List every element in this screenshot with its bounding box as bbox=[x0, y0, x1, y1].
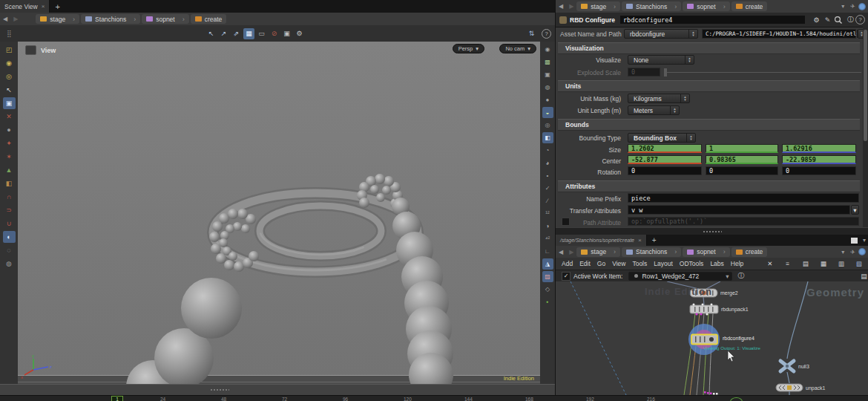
tool-icon[interactable]: ⚙ bbox=[294, 28, 305, 39]
display-option-icon[interactable]: • bbox=[542, 170, 553, 181]
breadcrumb-item[interactable]: sopnet bbox=[683, 1, 730, 11]
header-action-icon[interactable]: ⚙ bbox=[812, 15, 821, 25]
add-tab-button[interactable]: + bbox=[50, 2, 65, 11]
section-bounds[interactable]: Bounds bbox=[558, 119, 860, 131]
breadcrumb-item[interactable]: create bbox=[731, 247, 768, 257]
close-icon[interactable]: × bbox=[638, 237, 642, 244]
display-option-icon[interactable]: ▪ bbox=[542, 296, 553, 307]
list-view-icon[interactable]: ▤ bbox=[859, 271, 868, 281]
display-option-icon[interactable]: ✓ bbox=[542, 183, 553, 194]
unit-length-dropdown[interactable]: Meters▲▼ bbox=[628, 105, 680, 115]
display-option-icon[interactable]: ◧ bbox=[542, 132, 553, 143]
chevron-down-icon[interactable]: ▾ bbox=[838, 3, 847, 10]
size-x-field[interactable]: 1.2602 bbox=[628, 144, 702, 153]
breadcrumb-item[interactable]: Stanchions bbox=[81, 14, 140, 24]
breadcrumb-item[interactable]: Stanchions bbox=[622, 247, 681, 257]
param-scrollbar[interactable] bbox=[863, 27, 868, 227]
shelf-tool-icon[interactable]: ↖ bbox=[3, 84, 16, 96]
size-z-field[interactable]: 1.62916 bbox=[782, 144, 856, 153]
display-option-icon[interactable]: ◒ bbox=[542, 107, 553, 118]
tool-icon[interactable]: ▣ bbox=[281, 28, 292, 39]
scrollbar-thumb[interactable] bbox=[864, 30, 867, 141]
menu-item[interactable]: Add bbox=[562, 260, 573, 267]
persp-menu[interactable]: Persp▾ bbox=[453, 44, 484, 53]
shelf-tool-icon[interactable]: ⊃ bbox=[3, 204, 16, 216]
exploded-scale-field[interactable]: 0 bbox=[628, 68, 660, 76]
breadcrumb-item[interactable]: stage bbox=[576, 247, 620, 257]
current-frame-indicator[interactable]: 1 bbox=[111, 396, 123, 401]
bounding-type-dropdown[interactable]: Bounding Box▲▼ bbox=[628, 133, 696, 143]
shelf-tool-icon[interactable]: ◌ bbox=[3, 244, 16, 256]
section-units[interactable]: Units bbox=[558, 80, 860, 92]
awi-checkbox[interactable]: ✓ bbox=[562, 272, 571, 281]
display-option-icon[interactable]: ▨ bbox=[542, 271, 553, 282]
transfer-attrs-field[interactable]: v w bbox=[628, 205, 850, 215]
menu-item[interactable]: Edit bbox=[579, 260, 591, 267]
tab-network-path[interactable]: /stage/Stanchions/sopnet/create × bbox=[556, 235, 647, 246]
section-visualization[interactable]: Visualization bbox=[558, 42, 860, 54]
shelf-tool-icon[interactable]: ✕ bbox=[3, 111, 16, 123]
shelf-tool-icon[interactable]: ● bbox=[3, 124, 16, 136]
radial-menu-icon[interactable] bbox=[858, 248, 866, 255]
back-icon[interactable]: ◀ bbox=[556, 249, 566, 255]
shelf-tool-icon[interactable]: ▣ bbox=[3, 97, 16, 109]
size-y-field[interactable]: 1 bbox=[706, 144, 778, 153]
rotation-y-field[interactable]: 0 bbox=[706, 166, 778, 175]
visualize-dropdown[interactable]: None▲▼ bbox=[628, 55, 694, 65]
pin-icon[interactable]: ✈ bbox=[847, 249, 858, 255]
breadcrumb-item[interactable]: stage bbox=[576, 1, 620, 11]
forward-icon[interactable]: ▶ bbox=[566, 249, 576, 255]
help-icon[interactable]: ? bbox=[855, 15, 865, 25]
display-option-icon[interactable]: ∟ bbox=[542, 246, 553, 257]
shelf-tool-icon[interactable]: ◎ bbox=[3, 71, 16, 82]
radial-menu-icon[interactable] bbox=[858, 3, 866, 10]
network-tool-icon[interactable]: ▧ bbox=[854, 259, 864, 269]
breadcrumb-item[interactable]: stage bbox=[36, 14, 79, 24]
rotation-z-field[interactable]: 0 bbox=[782, 166, 856, 175]
play-control[interactable] bbox=[730, 397, 743, 401]
tool-icon[interactable]: ▦ bbox=[243, 28, 254, 39]
tool-icon[interactable]: ↖ bbox=[206, 28, 217, 39]
breadcrumb-item[interactable]: create bbox=[191, 14, 227, 24]
menu-item[interactable]: Help bbox=[731, 260, 743, 267]
rotation-x-field[interactable]: 0 bbox=[628, 166, 702, 175]
network-tool-icon[interactable]: ▦ bbox=[818, 259, 828, 269]
menu-item[interactable]: Labs bbox=[710, 260, 723, 267]
display-option-icon[interactable]: ◎ bbox=[542, 120, 553, 131]
viewport-3d[interactable]: y z x View Persp▾ No cam▾ Indie Edition bbox=[18, 42, 540, 384]
display-option-icon[interactable]: ● bbox=[542, 94, 553, 105]
pin-icon[interactable]: ✈ bbox=[847, 3, 858, 10]
breadcrumb-item[interactable]: create bbox=[731, 1, 768, 11]
node-name-field[interactable]: rbdconfigure4 bbox=[619, 15, 806, 25]
pane-maximize-icon[interactable] bbox=[851, 238, 858, 244]
menu-item[interactable]: ODTools bbox=[680, 260, 704, 267]
shelf-tool-icon[interactable]: ◧ bbox=[3, 177, 16, 189]
display-option-icon[interactable]: ◑ bbox=[542, 221, 553, 232]
chevron-down-icon[interactable]: ▾ bbox=[838, 249, 847, 255]
divider-grip[interactable] bbox=[210, 388, 229, 391]
display-option-icon[interactable]: ▩ bbox=[542, 56, 553, 68]
menu-item[interactable]: Layout bbox=[654, 260, 673, 267]
divider-grip[interactable] bbox=[703, 230, 722, 233]
tool-icon[interactable]: ⇅ bbox=[526, 28, 537, 39]
tool-icon[interactable]: ⊘ bbox=[269, 28, 280, 39]
display-option-icon[interactable]: ∕ bbox=[542, 195, 553, 206]
menu-item[interactable]: View bbox=[612, 260, 625, 267]
asset-path-field[interactable]: C:/PROGRA~1/SIDEEF~1/HOUDIN~1.584/houdin… bbox=[702, 29, 856, 39]
info-icon[interactable]: ⓘ bbox=[736, 271, 746, 281]
display-option-icon[interactable]: ⁴² bbox=[542, 233, 553, 244]
breadcrumb-item[interactable]: sopnet bbox=[683, 247, 730, 257]
transfer-attrs-menu-button[interactable]: ▾ bbox=[851, 205, 859, 215]
network-tool-icon[interactable]: ▥ bbox=[836, 259, 846, 269]
chevron-down-icon[interactable]: ▾ bbox=[860, 237, 868, 244]
camera-menu[interactable]: No cam▾ bbox=[499, 44, 536, 53]
center-z-field[interactable]: -22.9859 bbox=[782, 155, 856, 164]
search-icon[interactable] bbox=[834, 16, 843, 25]
path-attr-field[interactable]: op:`opfullpath('.')` bbox=[628, 217, 859, 226]
network-tool-icon[interactable]: ▤ bbox=[800, 259, 810, 269]
awi-dropdown[interactable]: Row1_Wedge2_472 ▾ bbox=[628, 272, 732, 281]
tool-icon[interactable]: ↗ bbox=[218, 28, 229, 39]
shelf-tool-icon[interactable]: ◰ bbox=[3, 44, 16, 56]
display-option-icon[interactable]: ◍ bbox=[542, 82, 553, 93]
drag-handle-icon[interactable]: ⣿ bbox=[3, 27, 16, 39]
